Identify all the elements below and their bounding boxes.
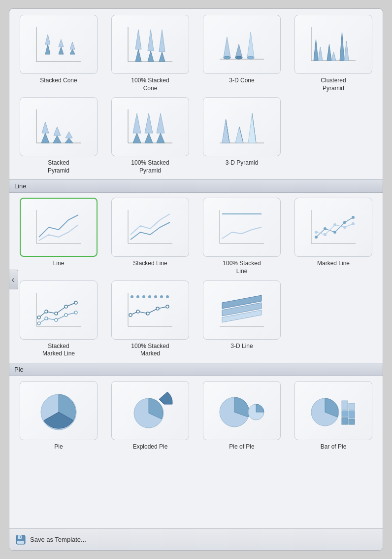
chart-thumb-pie-of-pie: [203, 381, 281, 440]
svg-marker-36: [54, 127, 61, 136]
svg-marker-44: [145, 113, 153, 133]
svg-point-18: [224, 56, 230, 59]
section-header-line: Line: [9, 179, 383, 193]
chart-grid-line-1: Line Stacked Line: [15, 198, 377, 275]
svg-point-72: [343, 226, 346, 229]
chart-item-3d-line[interactable]: 3-D Line: [198, 280, 285, 358]
svg-point-80: [74, 311, 77, 314]
svg-marker-48: [222, 119, 229, 143]
chart-item-stacked-pyramid[interactable]: StackedPyramid: [15, 97, 102, 175]
svg-marker-42: [133, 113, 141, 133]
chart-thumb-stacked-marked-line: [20, 280, 98, 340]
chart-label-marked-line: Marked Line: [317, 260, 350, 268]
chart-item-100-stacked-marked[interactable]: 100% StackedMarked: [107, 280, 194, 358]
svg-rect-117: [17, 541, 24, 544]
chart-thumb-100-stacked-marked: [111, 280, 189, 340]
svg-marker-28: [331, 52, 336, 61]
chart-label-pie-of-pie: Pie of Pie: [229, 443, 254, 451]
svg-point-99: [166, 305, 169, 308]
chart-grid-cone-top: Stacked Cone 100% StackedC: [15, 15, 377, 92]
svg-marker-41: [133, 133, 141, 143]
svg-rect-111: [342, 418, 348, 424]
chart-item-bar-of-pie[interactable]: Bar of Pie: [290, 381, 377, 451]
svg-marker-33: [41, 133, 49, 143]
chart-label-bar-of-pie: Bar of Pie: [321, 443, 347, 451]
chart-item-stacked-marked-line[interactable]: StackedMarked Line: [15, 280, 102, 358]
svg-marker-35: [53, 136, 61, 143]
svg-marker-4: [59, 47, 64, 54]
svg-marker-3: [45, 35, 50, 44]
footer-bar: Save as Template...: [9, 528, 383, 550]
svg-point-71: [333, 223, 336, 226]
svg-point-76: [37, 322, 40, 325]
svg-marker-15: [159, 30, 165, 52]
svg-point-79: [65, 314, 67, 316]
svg-point-20: [235, 56, 242, 59]
chart-item-100-stacked-line[interactable]: 100% StackedLine: [198, 198, 285, 275]
svg-point-82: [45, 310, 48, 313]
svg-point-85: [74, 301, 77, 304]
svg-point-81: [37, 316, 40, 319]
svg-marker-7: [70, 42, 75, 49]
svg-marker-17: [224, 37, 230, 58]
chart-label-100-stacked-marked: 100% StackedMarked: [131, 343, 169, 358]
svg-marker-38: [65, 132, 72, 138]
chart-label-3d-cone: 3-D Cone: [229, 77, 254, 85]
chart-item-100-stacked-cone[interactable]: 100% StackedCone: [107, 15, 194, 92]
chart-label-stacked-line: Stacked Line: [133, 260, 167, 268]
chart-item-stacked-cone[interactable]: Stacked Cone: [15, 15, 102, 92]
svg-point-64: [315, 236, 318, 239]
chart-grid-pyramid-bottom: StackedPyramid 100% Stacke: [15, 97, 377, 175]
chart-label-100-stacked-cone: 100% StackedCone: [131, 77, 169, 92]
chart-thumb-100-stacked-pyramid: [111, 97, 189, 156]
chart-type-panel: Stacked Cone 100% StackedC: [9, 8, 383, 551]
chart-item-marked-line[interactable]: Marked Line: [290, 198, 377, 275]
chart-item-stacked-line[interactable]: Stacked Line: [107, 198, 194, 275]
chart-item-exploded-pie[interactable]: Exploded Pie: [107, 381, 194, 451]
svg-marker-26: [318, 47, 323, 61]
svg-point-78: [55, 318, 58, 321]
chart-item-pie-of-pie[interactable]: Pie of Pie: [198, 381, 285, 451]
chart-grid-line-2: StackedMarked Line: [15, 280, 377, 358]
svg-marker-46: [157, 113, 164, 133]
svg-point-88: [131, 295, 133, 298]
chart-thumb-stacked-cone: [20, 15, 98, 74]
svg-point-89: [136, 295, 139, 298]
svg-rect-109: [342, 401, 348, 410]
svg-point-69: [315, 231, 318, 234]
chart-label-pie: Pie: [54, 443, 63, 451]
chart-item-pie[interactable]: Pie: [15, 381, 102, 451]
svg-point-84: [65, 305, 67, 308]
svg-point-83: [55, 312, 58, 315]
chart-label-line: Line: [53, 260, 65, 268]
save-template-button[interactable]: Save as Template...: [30, 536, 86, 543]
svg-marker-21: [247, 32, 254, 58]
chart-thumb-pie: [20, 381, 98, 440]
svg-point-77: [45, 317, 48, 320]
svg-marker-6: [70, 49, 75, 54]
svg-point-90: [142, 295, 145, 298]
svg-point-73: [352, 222, 355, 225]
chart-item-100-stacked-pyramid[interactable]: 100% StackedPyramid: [107, 97, 194, 175]
svg-marker-43: [145, 133, 153, 143]
save-icon: [15, 534, 26, 545]
chart-list-scroll[interactable]: Stacked Cone 100% StackedC: [9, 9, 383, 528]
svg-marker-10: [135, 49, 141, 62]
svg-point-93: [160, 295, 163, 298]
chart-item-3d-cone[interactable]: 3-D Cone: [198, 15, 285, 92]
chart-item-clustered-pyramid[interactable]: ClusteredPyramid: [290, 15, 377, 92]
chart-item-line[interactable]: Line: [15, 198, 102, 275]
svg-point-68: [352, 216, 355, 219]
svg-rect-110: [342, 411, 348, 417]
svg-marker-14: [159, 52, 165, 62]
svg-marker-34: [42, 122, 49, 133]
chart-item-3d-pyramid[interactable]: 3-D Pyramid: [198, 97, 285, 175]
svg-marker-51: [235, 127, 243, 143]
chart-label-100-stacked-line: 100% StackedLine: [223, 260, 261, 275]
chart-thumb-marked-line: [294, 198, 372, 257]
left-nav-arrow[interactable]: [9, 270, 18, 289]
svg-point-97: [146, 312, 149, 315]
svg-marker-13: [148, 30, 154, 51]
svg-point-96: [136, 310, 139, 313]
chart-item-empty-2: [290, 280, 377, 358]
